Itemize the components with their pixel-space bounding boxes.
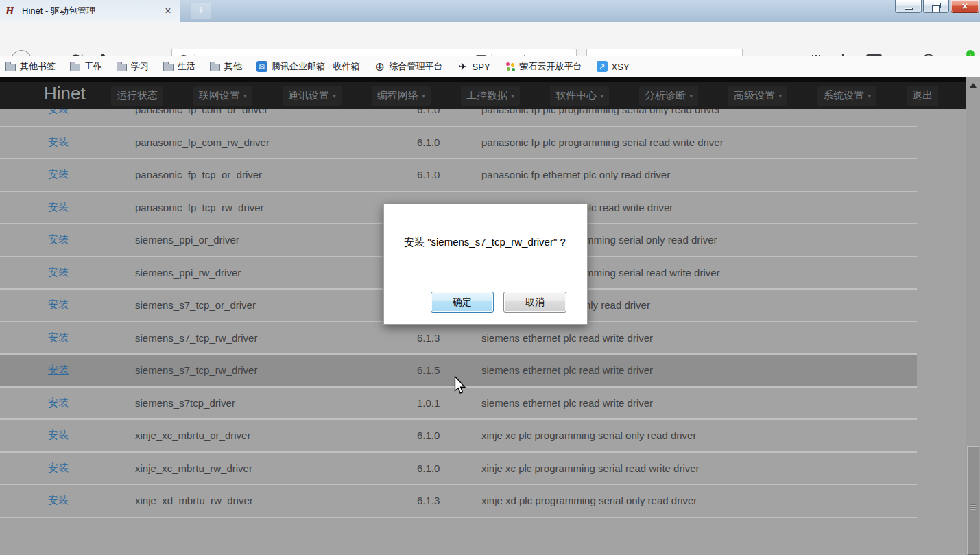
- window-restore-button[interactable]: [923, 0, 949, 13]
- bookmark-item[interactable]: 其他书签: [5, 60, 56, 73]
- driver-description: panasonic fp ethernet plc only read driv…: [481, 169, 917, 180]
- chevron-down-icon: ▾: [333, 92, 336, 99]
- folder-icon: [210, 64, 220, 71]
- bookmark-item[interactable]: 综合管理平台: [374, 60, 443, 73]
- nav-menu-item[interactable]: 软件中心▾: [550, 86, 609, 106]
- nav-menu-item[interactable]: 联网设置▾: [193, 86, 252, 106]
- driver-description: siemens ethernet plc read write driver: [481, 364, 917, 376]
- browser-tab[interactable]: H Hinet - 驱动包管理 ×: [0, 0, 180, 22]
- tab-close-icon[interactable]: ×: [162, 5, 174, 16]
- bookmark-item[interactable]: 腾讯企业邮箱 - 收件箱: [256, 60, 360, 73]
- nav-menu-item[interactable]: 高级设置▾: [728, 86, 787, 106]
- install-link[interactable]: 安装: [48, 462, 69, 473]
- page-scrollbar[interactable]: [966, 77, 980, 555]
- nav-menu-item[interactable]: 工控数据▾: [461, 86, 520, 106]
- driver-name: siemens_ppi_rw_driver: [135, 267, 417, 279]
- tab-title: Hinet - 驱动包管理: [22, 5, 162, 17]
- driver-version: 6.1.3: [417, 495, 481, 506]
- ok-button[interactable]: 确定: [431, 292, 494, 313]
- install-link[interactable]: 安装: [48, 201, 69, 213]
- window-titlebar: H Hinet - 驱动包管理 × +: [0, 0, 980, 22]
- nav-menu-item[interactable]: 分析诊断▾: [639, 86, 698, 106]
- nav-menu-item[interactable]: 编程网络▾: [372, 86, 431, 106]
- chevron-down-icon: ▾: [243, 92, 247, 99]
- driver-name: panasonic_fp_com_rw_driver: [135, 137, 417, 148]
- install-link[interactable]: 安装: [48, 136, 69, 147]
- install-link[interactable]: 安装: [48, 397, 69, 408]
- driver-version: 6.1.0: [417, 429, 481, 441]
- scrollbar-thumb[interactable]: [967, 446, 979, 555]
- install-link[interactable]: 安装: [48, 266, 69, 278]
- bookmark-item[interactable]: 其他: [210, 60, 242, 73]
- bookmark-label: 工作: [84, 60, 102, 73]
- driver-name: xinje_xd_mbrtu_rw_driver: [135, 495, 417, 506]
- bookmark-item[interactable]: SPY: [457, 61, 490, 72]
- bookmarks-bar: 其他书签 工作 学习 生活 其他 腾讯企业邮箱 - 收件箱 综合管理平台: [0, 56, 980, 77]
- new-tab-button[interactable]: +: [191, 3, 211, 19]
- nav-menu-item[interactable]: 运行状态▾: [111, 86, 163, 106]
- bookmark-label: 其他: [224, 60, 242, 73]
- bookmark-item[interactable]: 萤石云开放平台: [505, 60, 582, 73]
- install-link[interactable]: 安装: [48, 233, 69, 245]
- mail-icon: [256, 61, 267, 72]
- driver-name: siemens_s7_tcp_rw_driver: [135, 364, 417, 376]
- driver-description: xinje xd plc programming serial only rea…: [481, 495, 917, 506]
- folder-icon: [70, 64, 80, 71]
- install-link[interactable]: 安装: [48, 331, 69, 343]
- driver-version: 6.1.0: [417, 462, 481, 474]
- driver-name: siemens_s7_tcp_or_driver: [135, 299, 417, 311]
- scrollbar-up-arrow-icon[interactable]: [970, 83, 977, 88]
- install-link[interactable]: 安装: [48, 364, 69, 375]
- install-link[interactable]: 安装: [48, 429, 69, 440]
- driver-description: xinje xc plc programming serial only rea…: [481, 429, 917, 441]
- bookmark-item[interactable]: XSY: [597, 61, 630, 72]
- window-close-button[interactable]: [951, 0, 979, 13]
- table-row: 安装 xinje_xd_mbrtu_rw_driver 6.1.3 xinje …: [0, 485, 917, 518]
- table-row: 安装 xinje_xc_mbrtu_or_driver 6.1.0 xinje …: [0, 420, 917, 453]
- restore-icon: [935, 3, 941, 8]
- globe-icon: [374, 61, 385, 72]
- bookmark-label: 萤石云开放平台: [520, 60, 582, 73]
- bookmark-label: 其他书签: [20, 60, 56, 73]
- bookmark-label: 学习: [131, 60, 149, 73]
- bookmark-item[interactable]: 学习: [117, 60, 149, 73]
- chevron-down-icon: ▾: [422, 92, 425, 99]
- bookmark-item[interactable]: 工作: [70, 60, 102, 73]
- driver-version: 6.1.0: [417, 169, 481, 180]
- browser-toolbar: 192.168.9.99/cgi-bin/luci/;stok=489fe39e…: [0, 22, 980, 56]
- site-nav-items: 运行状态▾ 联网设置▾ 通讯设置▾ 编程网络▾ 工控数据▾ 软件中心▾ 分析诊断…: [111, 86, 968, 106]
- table-row: 安装 panasonic_fp_tcp_or_driver 6.1.0 pana…: [0, 159, 917, 192]
- install-link[interactable]: 安装: [48, 494, 69, 506]
- nav-menu-item[interactable]: 退出▾: [907, 86, 938, 106]
- table-row: 安装 xinje_xc_mbrtu_rw_driver 6.1.0 xinje …: [0, 453, 917, 486]
- page-top-strip: [0, 77, 966, 82]
- site-navbar: Hinet 运行状态▾ 联网设置▾ 通讯设置▾ 编程网络▾ 工控数据▾ 软件中心…: [0, 82, 966, 109]
- driver-name: siemens_s7tcp_driver: [135, 397, 417, 409]
- window-minimize-button[interactable]: [895, 0, 922, 13]
- confirm-dialog: 安装 "siemens_s7_tcp_rw_driver" ? 确定 取消: [383, 204, 588, 325]
- bookmark-item[interactable]: 生活: [163, 60, 195, 73]
- page-content: Hinet 运行状态▾ 联网设置▾ 通讯设置▾ 编程网络▾ 工控数据▾ 软件中心…: [0, 77, 980, 555]
- driver-name: xinje_xc_mbrtu_or_driver: [135, 429, 417, 441]
- nav-menu-item[interactable]: 通讯设置▾: [283, 86, 342, 106]
- driver-description: siemens ethernet plc read write driver: [481, 397, 917, 409]
- driver-name: siemens_ppi_or_driver: [135, 234, 417, 246]
- bookmark-label: 生活: [178, 60, 195, 73]
- bookmark-label: 腾讯企业邮箱 - 收件箱: [272, 60, 360, 73]
- site-brand[interactable]: Hinet: [44, 83, 86, 104]
- table-row: 安装 siemens_s7_tcp_rw_driver 6.1.3 siemen…: [0, 322, 917, 355]
- dialog-message: 安装 "siemens_s7_tcp_rw_driver" ?: [404, 236, 566, 249]
- chevron-down-icon: ▾: [868, 92, 871, 99]
- install-link[interactable]: 安装: [48, 168, 69, 180]
- table-row: 安装 panasonic_fp_com_rw_driver 6.1.0 pana…: [0, 127, 917, 160]
- chevron-down-icon: ▾: [600, 92, 603, 99]
- driver-name: xinje_xc_mbrtu_rw_driver: [135, 462, 417, 474]
- driver-version: 6.1.0: [417, 137, 481, 148]
- bookmark-label: SPY: [473, 62, 490, 72]
- chevron-down-icon: ▾: [511, 92, 514, 99]
- nav-menu-item[interactable]: 系统设置▾: [817, 86, 876, 106]
- minimize-icon: [905, 8, 913, 10]
- cancel-button[interactable]: 取消: [503, 292, 566, 313]
- install-link[interactable]: 安装: [48, 298, 69, 310]
- close-icon: [951, 0, 979, 12]
